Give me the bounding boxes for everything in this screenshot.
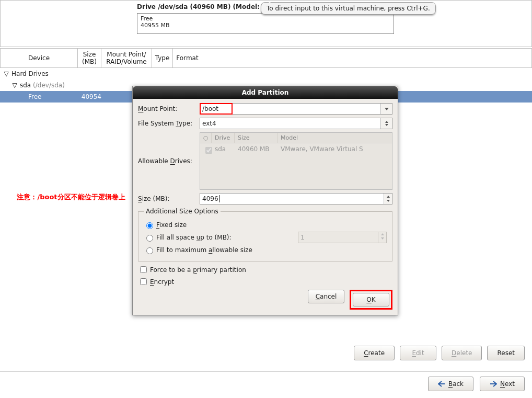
cancel-button[interactable]: Cancel (308, 290, 344, 303)
annotation-warning: 注意：/boot分区不能位于逻辑卷上 (14, 192, 129, 202)
arrow-left-icon (438, 381, 445, 387)
expander-icon[interactable]: ▽ (3, 70, 9, 77)
size-options-group: Additional Size Options Fixed size Fill … (138, 208, 392, 261)
mount-point-combo[interactable]: /boot (200, 103, 392, 115)
vm-focus-tooltip: To direct input to this virtual machine,… (261, 2, 436, 15)
partition-action-buttons: Create Edit Delete Reset (354, 346, 525, 360)
drive-free-label: Free (141, 15, 390, 22)
add-partition-dialog: Add Partition Mount Point: /boot File Sy… (132, 86, 398, 315)
drives-header: ○ Drive Size Model (200, 133, 392, 143)
next-button[interactable]: Next (480, 377, 525, 391)
radio-fill-max-input[interactable] (146, 247, 153, 254)
chevron-down-icon[interactable] (380, 104, 392, 114)
spinner-icon[interactable] (384, 194, 392, 204)
partition-column-header: Device Size (MB) Mount Point/ RAID/Volum… (0, 48, 532, 68)
create-button[interactable]: Create (354, 346, 395, 360)
radio-fill-max[interactable]: Fill to maximum allowable size (144, 246, 387, 254)
col-device[interactable]: Device (1, 49, 78, 67)
arrow-right-icon (490, 381, 497, 387)
spinner-icon (378, 232, 386, 243)
radio-fill-upto[interactable]: Fill all space up to (MB): 1 (144, 232, 387, 243)
checkbox-encrypt[interactable]: Encrypt (138, 277, 392, 287)
fill-upto-input: 1 (298, 232, 387, 243)
mount-point-value: /boot (200, 104, 232, 114)
radio-fill-upto-input[interactable] (146, 235, 153, 242)
allowable-drives-list[interactable]: ○ Drive Size Model sda 40960 MB VMware, … (200, 132, 392, 190)
circle-icon: ○ (203, 134, 209, 141)
checkbox-primary-input[interactable] (140, 266, 147, 273)
drive-summary-title: Drive /dev/sda (40960 MB) (Model: (137, 3, 260, 10)
ok-button[interactable]: OK (353, 293, 389, 306)
col-format[interactable]: Format (173, 49, 202, 67)
dialog-title[interactable]: Add Partition (133, 86, 398, 99)
drives-row[interactable]: sda 40960 MB VMware, VMware Virtual S (200, 143, 392, 157)
fstype-combo[interactable]: ext4 (200, 118, 392, 129)
drive-free-size: 40955 MB (141, 22, 390, 29)
edit-button: Edit (400, 346, 436, 360)
fstype-label: File System Type: (138, 120, 200, 127)
caret-icon (219, 195, 219, 202)
radio-fixed-size[interactable]: Fixed size (144, 221, 387, 229)
col-mountpoint[interactable]: Mount Point/ RAID/Volume (101, 49, 152, 67)
radio-fixed-size-input[interactable] (146, 222, 153, 229)
size-input[interactable]: 4096 (200, 193, 392, 204)
checkbox-encrypt-input[interactable] (140, 278, 147, 285)
tree-row-harddrives[interactable]: ▽ Hard Drives (0, 68, 532, 79)
drive-free-box: Free 40955 MB (137, 13, 394, 34)
ok-button-highlight: OK (350, 290, 392, 310)
mount-point-label: Mount Point: (138, 105, 200, 112)
updown-icon[interactable] (380, 118, 392, 129)
col-size[interactable]: Size (MB) (78, 49, 101, 67)
delete-button: Delete (442, 346, 482, 360)
allowable-drives-label: Allowable Drives: (138, 157, 200, 165)
size-options-legend: Additional Size Options (144, 208, 221, 215)
reset-button[interactable]: Reset (487, 346, 525, 360)
col-type[interactable]: Type (152, 49, 173, 67)
size-label: Size (MB): (138, 195, 200, 202)
separator (0, 371, 532, 372)
expander-icon[interactable]: ▽ (11, 82, 18, 89)
back-button[interactable]: Back (428, 377, 473, 391)
checkbox-primary[interactable]: Force to be a primary partition (138, 265, 392, 275)
wizard-nav-buttons: Back Next (428, 377, 525, 391)
